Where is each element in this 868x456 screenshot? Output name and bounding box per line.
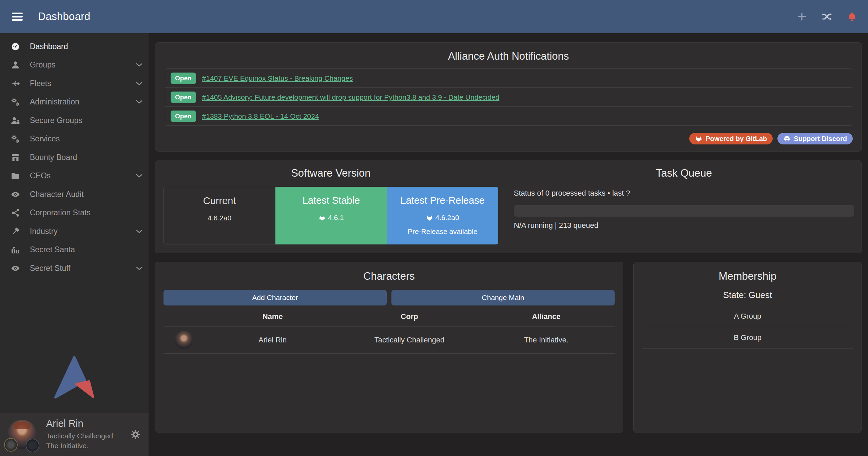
sidebar-item-services[interactable]: Services — [0, 130, 149, 148]
sidebar-item-label: Secret Santa — [30, 245, 75, 254]
notification-link[interactable]: #1407 EVE Equinox Status - Breaking Chan… — [202, 74, 353, 82]
bottom-row: Characters Add Character Change Main Nam… — [155, 262, 862, 433]
version-current-box: Current 4.6.2a0 — [163, 187, 275, 244]
notification-item[interactable]: Open #1405 Advisory: Future development … — [165, 87, 852, 106]
cogs-icon — [9, 134, 21, 143]
sidebar-item-corporation-stats[interactable]: Corporation Stats — [0, 204, 149, 222]
task-queue-widget: Task Queue Status of 0 processed tasks •… — [506, 167, 862, 246]
membership-title: Membership — [642, 270, 853, 282]
sidebar-menu: Dashboard Groups Fleets Administration — [0, 33, 149, 278]
eye-icon — [9, 190, 21, 199]
chevron-down-icon — [135, 264, 143, 272]
sidebar-item-label: Groups — [30, 60, 55, 70]
task-queue-progress-bar — [514, 205, 854, 217]
share-icon — [9, 208, 21, 217]
version-label: Latest Stable — [275, 187, 387, 206]
version-prerelease-box: Latest Pre-Release 4.6.2a0 Pre-Release a… — [387, 187, 498, 244]
user-alliance: The Initiative. — [46, 441, 113, 451]
chevron-down-icon — [135, 80, 143, 87]
sidebar-item-groups[interactable]: Groups — [0, 56, 149, 75]
task-queue-title: Task Queue — [514, 167, 854, 179]
sidebar-item-industry[interactable]: Industry — [0, 222, 149, 241]
user-avatar — [7, 420, 37, 449]
version-value: 4.6.2a0 — [436, 214, 459, 222]
hammer-icon — [9, 227, 21, 236]
support-discord-badge[interactable]: Support Discord — [777, 133, 853, 144]
sidebar-item-label: Administration — [30, 97, 79, 106]
menu-icon[interactable] — [11, 10, 24, 23]
gitlab-icon — [319, 214, 326, 221]
group-list-item: B Group — [642, 327, 853, 349]
sidebar-item-label: Secure Groups — [30, 116, 82, 125]
software-version-title: Software Version — [163, 167, 498, 179]
task-queue-counts: N/A running | 213 queued — [514, 221, 854, 230]
notifications-list: Open #1407 EVE Equinox Status - Breaking… — [165, 68, 852, 126]
corp-logo-badge — [4, 438, 18, 452]
version-taskqueue-card: Software Version Current 4.6.2a0 Latest … — [155, 160, 862, 253]
sidebar-item-secure-groups[interactable]: Secure Groups — [0, 111, 149, 130]
character-name: Ariel Rin — [204, 336, 341, 344]
sidebar-item-secret-santa[interactable]: Secret Santa — [0, 241, 149, 259]
sidebar-item-label: CEOs — [30, 171, 51, 180]
navbar: Dashboard — [0, 0, 868, 33]
add-icon[interactable] — [797, 12, 807, 22]
status-badge: Open — [171, 111, 196, 122]
main-layout: Dashboard Groups Fleets Administration — [0, 33, 868, 456]
notification-item[interactable]: Open #1407 EVE Equinox Status - Breaking… — [165, 69, 852, 87]
powered-by-gitlab-badge[interactable]: Powered by GitLab — [689, 133, 773, 144]
notification-bell-icon[interactable] — [847, 12, 857, 22]
sidebar-item-dashboard[interactable]: Dashboard — [0, 37, 149, 56]
discord-icon — [783, 135, 791, 142]
sidebar-item-ceos[interactable]: CEOs — [0, 167, 149, 185]
change-main-button[interactable]: Change Main — [391, 290, 615, 305]
sidebar-item-character-audit[interactable]: Character Audit — [0, 185, 149, 204]
sidebar-item-label: Services — [30, 134, 60, 143]
sidebar-item-label: Secret Stuff — [30, 264, 71, 273]
sidebar-item-label: Bounty Board — [30, 153, 77, 162]
notifications-title: Alliance Auth Notifications — [165, 50, 852, 62]
version-value: 4.6.2a0 — [208, 214, 231, 222]
characters-title: Characters — [163, 270, 615, 282]
cogs-icon — [9, 97, 21, 106]
status-badge: Open — [171, 73, 196, 84]
chevron-down-icon — [135, 61, 143, 69]
add-character-button[interactable]: Add Character — [163, 290, 387, 305]
software-version-widget: Software Version Current 4.6.2a0 Latest … — [155, 167, 506, 246]
membership-state: State: Guest — [642, 290, 853, 300]
table-header-corp: Corp — [341, 305, 478, 326]
badge-label: Support Discord — [794, 135, 847, 143]
gifts-icon — [9, 245, 21, 254]
user-icon — [9, 60, 21, 70]
sidebar-user-panel: Ariel Rin Tactically Challenged The Init… — [0, 413, 149, 456]
sidebar-item-administration[interactable]: Administration — [0, 93, 149, 112]
version-stable-box: Latest Stable 4.6.1 — [275, 187, 387, 244]
task-queue-status: Status of 0 processed tasks • last ? — [514, 189, 854, 198]
alliance-logo-badge — [26, 439, 39, 452]
settings-gear-icon[interactable] — [130, 429, 141, 440]
table-header-alliance: Alliance — [478, 305, 615, 326]
version-label: Latest Pre-Release — [387, 187, 498, 206]
notification-item[interactable]: Open #1383 Python 3.8 EOL - 14 Oct 2024 — [165, 106, 852, 125]
notification-link[interactable]: #1405 Advisory: Future development will … — [202, 93, 500, 101]
store-icon — [9, 153, 21, 162]
eye-icon — [9, 264, 21, 273]
sidebar-item-label: Character Audit — [30, 190, 84, 199]
sidebar: Dashboard Groups Fleets Administration — [0, 33, 149, 456]
user-corp: Tactically Challenged — [46, 431, 113, 441]
table-row[interactable]: Ariel Rin Tactically Challenged The Init… — [163, 326, 615, 354]
notification-link[interactable]: #1383 Python 3.8 EOL - 14 Oct 2024 — [202, 112, 319, 120]
page-title: Dashboard — [38, 11, 90, 23]
sidebar-item-fleets[interactable]: Fleets — [0, 74, 149, 93]
sidebar-item-label: Dashboard — [30, 42, 68, 51]
sidebar-item-secret-stuff[interactable]: Secret Stuff — [0, 259, 149, 278]
shuffle-icon[interactable] — [822, 12, 832, 22]
navbar-actions — [797, 12, 857, 22]
sidebar-item-label: Corporation Stats — [30, 208, 91, 217]
table-header-row: Name Corp Alliance — [163, 305, 615, 326]
table-header-name: Name — [204, 305, 341, 326]
sidebar-item-bounty-board[interactable]: Bounty Board — [0, 148, 149, 167]
dashboard-page: Dashboard Dashboard Groups — [0, 0, 868, 456]
group-list-item: A Group — [642, 306, 853, 327]
version-value: 4.6.1 — [328, 214, 344, 222]
badge-label: Powered by GitLab — [706, 135, 767, 143]
